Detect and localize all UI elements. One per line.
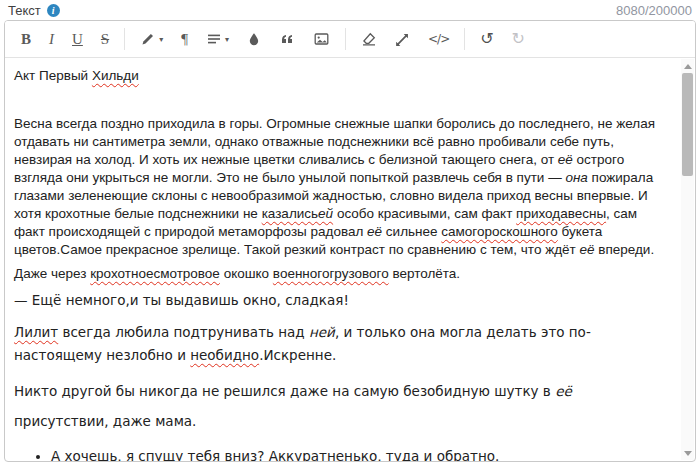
clear-formatting-button[interactable]: [353, 26, 385, 52]
misspelled-word: казались: [262, 206, 318, 221]
italic-text: её: [558, 152, 573, 167]
misspelled-word: ей: [318, 206, 333, 221]
pencil-icon: [140, 31, 156, 47]
scroll-down-arrow[interactable]: [681, 447, 694, 459]
text-run: впереди.: [595, 242, 655, 257]
paragraph: [14, 91, 667, 109]
field-header: Текст i 8080/200000: [0, 0, 700, 18]
info-icon[interactable]: i: [47, 4, 60, 17]
text-run: присутствии, даже мама.: [14, 413, 196, 429]
redo-button[interactable]: ↻: [504, 26, 533, 52]
text-run: окошко: [220, 266, 273, 281]
editor-body: Акт Первый ХильдиВесна всегда поздно при…: [5, 58, 695, 461]
text-field-widget: Текст i 8080/200000 B I U S ▾ ¶ ▾: [0, 0, 700, 466]
chevron-down-icon: ▾: [225, 35, 229, 44]
insert-image-button[interactable]: [305, 26, 338, 52]
strikethrough-icon: S: [101, 31, 109, 48]
italic-text: её: [555, 383, 572, 399]
italic-text: её: [367, 224, 382, 239]
underline-button[interactable]: U: [64, 26, 91, 52]
text-run: сильнее: [382, 224, 441, 239]
text-run: всегда любила подтрунивать над: [58, 324, 309, 340]
text-run: вертолёта.: [389, 266, 460, 281]
triangle-up-icon: [684, 64, 692, 69]
misspelled-word: Хильди: [92, 68, 139, 83]
toolbar-separator: [124, 28, 125, 50]
chevron-down-icon: ▾: [159, 35, 163, 44]
bullet-list-item: А хочешь, я спущу тебя вниз? Аккуратнень…: [51, 445, 667, 461]
paragraph: Акт Первый Хильди: [14, 67, 667, 85]
bold-button[interactable]: B: [13, 26, 39, 52]
triangle-down-icon: [684, 451, 692, 456]
bullet-list: А хочешь, я спущу тебя вниз? Аккуратнень…: [14, 445, 667, 461]
misspelled-word: самогороскошного: [441, 224, 557, 239]
ink-droplet-icon: [247, 31, 261, 47]
blockquote-button[interactable]: [271, 26, 303, 52]
paragraph: Никто другой бы никогда не решился даже …: [14, 376, 667, 436]
scrollbar[interactable]: [681, 59, 694, 460]
strikethrough-button[interactable]: S: [93, 26, 117, 52]
misspelled-word: приходавесны: [516, 206, 606, 221]
resize-diagonal-icon: [395, 32, 410, 47]
quote-icon: [279, 31, 295, 47]
toolbar-separator: [464, 28, 465, 50]
rich-text-editor: B I U S ▾ ¶ ▾: [4, 20, 696, 462]
text-run: Даже через: [14, 266, 90, 281]
toolbar-separator: [345, 28, 346, 50]
redo-icon: ↻: [512, 31, 525, 47]
field-label: Текст: [8, 3, 41, 18]
eraser-icon: [361, 31, 377, 47]
italic-icon: I: [49, 31, 54, 48]
scrollbar-thumb[interactable]: [682, 73, 693, 176]
editor-content[interactable]: Акт Первый ХильдиВесна всегда поздно при…: [5, 58, 695, 461]
underline-icon: U: [72, 31, 83, 48]
misspelled-word: Лилит: [14, 324, 58, 340]
undo-icon: ↺: [480, 31, 493, 47]
italic-text: её: [580, 242, 595, 257]
misspelled-word: крохотноесмотровое: [90, 266, 220, 281]
scroll-up-arrow[interactable]: [681, 60, 694, 72]
text-style-button[interactable]: ▾: [132, 26, 171, 52]
align-button[interactable]: ▾: [198, 26, 237, 52]
undo-button[interactable]: ↺: [472, 26, 501, 52]
text-run: Никто другой бы никогда не решился даже …: [14, 383, 555, 399]
paragraph: Даже через крохотноесмотровое окошко вое…: [14, 265, 667, 283]
text-run: — Ещё немного,и ты выдавишь окно, сладка…: [14, 292, 349, 308]
text-run: .Искренне.: [259, 347, 336, 363]
italic-text: она: [565, 170, 587, 185]
text-run: Акт Первый: [14, 68, 92, 83]
char-counter: 8080/200000: [616, 3, 692, 18]
code-view-button[interactable]: </>: [420, 26, 457, 52]
paragraph: — Ещё немного,и ты выдавишь окно, сладка…: [14, 289, 667, 312]
paragraph: Лилит всегда любила подтрунивать над ней…: [14, 321, 667, 367]
align-lines-icon: [206, 31, 222, 47]
font-color-button[interactable]: [239, 26, 269, 52]
paragraph-button[interactable]: ¶: [173, 26, 196, 52]
editor-toolbar: B I U S ▾ ¶ ▾: [5, 21, 695, 58]
misspelled-word: необидно: [190, 347, 259, 363]
bold-icon: B: [21, 31, 31, 48]
italic-button[interactable]: I: [41, 26, 62, 52]
fullscreen-button[interactable]: [387, 26, 418, 52]
text-run: А хочешь, я спущу тебя вниз? Аккуратнень…: [51, 448, 499, 461]
paragraph: Весна всегда поздно приходила в горы. Ог…: [14, 115, 667, 259]
pilcrow-icon: ¶: [181, 31, 188, 48]
misspelled-word: военногогрузового: [273, 266, 389, 281]
italic-text: ней: [309, 324, 335, 340]
text-run: особо красивыми, сам факт: [333, 206, 516, 221]
info-icon-glyph: i: [52, 5, 55, 16]
code-icon: </>: [428, 32, 449, 46]
image-icon: [313, 31, 330, 47]
